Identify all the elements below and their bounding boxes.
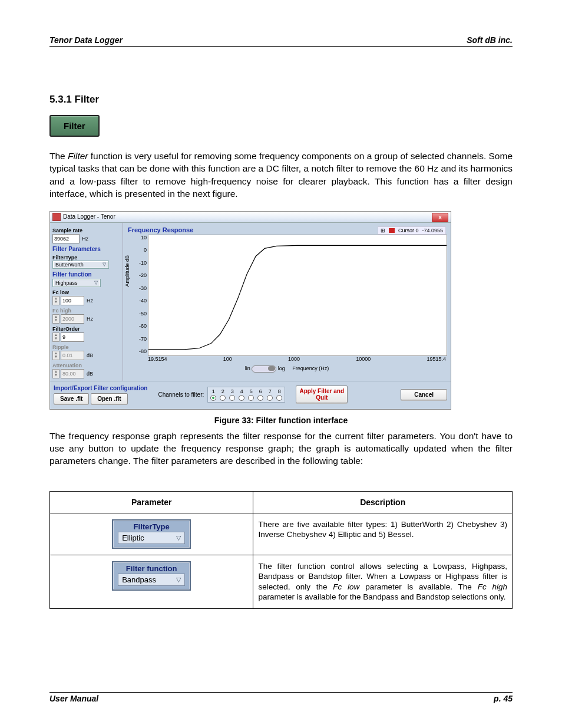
- header-left: Tenor Data Logger: [49, 35, 123, 45]
- desc-b: parameter is available. The: [359, 582, 477, 591]
- filter-order-input[interactable]: 9: [61, 332, 84, 342]
- footer-right: p. 45: [494, 694, 513, 703]
- frequency-response-plot[interactable]: Amplitude dB 10 0 -10 -20 -30 -40 -50 -6…: [128, 235, 446, 364]
- filter-button[interactable]: Filter: [49, 115, 100, 137]
- ytick: -60: [128, 323, 147, 329]
- filter-type-label: FilterType: [52, 255, 120, 261]
- channel-radio-3[interactable]: [229, 395, 235, 401]
- filter-type-dropdown[interactable]: ButterWorth▽: [52, 261, 109, 269]
- p1-a: The: [49, 151, 68, 161]
- attenuation-input: 80.00: [61, 369, 84, 378]
- desc-i1: Fc low: [333, 582, 359, 591]
- channel-radio-1[interactable]: [210, 395, 216, 401]
- channel-number: 4: [239, 388, 244, 394]
- filter-function-description: The filter function control allows selec…: [253, 555, 513, 608]
- xtick: 19.5154: [148, 356, 167, 364]
- channels-label: Channels to filter:: [158, 391, 204, 398]
- channel-radio-2[interactable]: [220, 395, 226, 401]
- fc-low-label: Fc low: [52, 289, 120, 295]
- fc-high-stepper: ▲▼: [52, 314, 59, 324]
- open-flt-button[interactable]: Open .flt: [91, 393, 128, 404]
- channel-number: 3: [229, 388, 235, 394]
- plot-svg: [148, 235, 447, 356]
- xtick: 1000: [288, 356, 300, 364]
- y-ticks: 10 0 -10 -20 -30 -40 -50 -60 -70 -80: [128, 235, 148, 355]
- p1-ital: Filter: [68, 151, 88, 161]
- attenuation-label: Attenuation: [52, 363, 120, 368]
- desc-c: parameter is available for the Bandpass …: [258, 592, 505, 601]
- attenuation-unit: dB: [87, 371, 93, 377]
- control-title: FilterType: [113, 521, 190, 532]
- fc-high-input: 2000: [61, 314, 84, 324]
- sample-rate-unit: Hz: [82, 236, 88, 242]
- attenuation-stepper: ▲▼: [52, 369, 59, 378]
- xtick: 10000: [356, 356, 371, 364]
- fc-low-stepper[interactable]: ▲▼: [52, 296, 59, 305]
- cancel-button[interactable]: Cancel: [401, 389, 447, 400]
- filter-function-control[interactable]: Filter function Bandpass▽: [112, 561, 191, 591]
- filter-order-stepper[interactable]: ▲▼: [52, 332, 59, 342]
- header-right: Soft dB inc.: [467, 35, 513, 45]
- save-flt-button[interactable]: Save .flt: [54, 393, 89, 404]
- figure-caption: Figure 33: Filter function interface: [49, 416, 513, 425]
- control-value: Bandpass: [122, 575, 156, 584]
- channels-grid: 1 2 3 4 5 6 7 8: [207, 387, 285, 403]
- fc-high-label: Fc high: [52, 308, 120, 314]
- p1-b: function is very useful for removing som…: [49, 151, 513, 199]
- paragraph-2: The frequency response graph represents …: [49, 430, 513, 467]
- ripple-input: 0.01: [61, 351, 84, 360]
- channel-number: 6: [257, 388, 263, 394]
- ytick: -80: [128, 348, 147, 354]
- ytick: -70: [128, 336, 147, 342]
- channel-radio-6[interactable]: [257, 395, 263, 401]
- close-icon[interactable]: X: [432, 213, 448, 222]
- parameters-panel: Sample rate 39062 Hz Filter Parameters F…: [50, 223, 123, 381]
- table-row: Filter function Bandpass▽ The filter fun…: [50, 555, 513, 608]
- dialog-title: Data Logger - Tenor: [63, 213, 115, 220]
- section-heading: 5.3.1 Filter: [49, 94, 513, 106]
- import-export-title: Import/Export Filter configuration: [54, 385, 147, 391]
- channel-radio-5[interactable]: [248, 395, 254, 401]
- fc-low-input[interactable]: 100: [61, 296, 84, 305]
- channel-radio-4[interactable]: [239, 395, 244, 401]
- filter-type-control[interactable]: FilterType Elliptic▽: [112, 519, 191, 549]
- ytick: -20: [128, 272, 147, 278]
- channel-number: 7: [267, 388, 273, 394]
- channel-number: 1: [210, 388, 216, 394]
- filter-function-value: Highpass: [55, 280, 78, 286]
- x-ticks: 19.5154 100 1000 10000 19515.4: [148, 356, 446, 364]
- xscale-log-label: log: [278, 365, 285, 371]
- chevron-down-icon: ▽: [176, 534, 181, 542]
- apply-filter-button[interactable]: Apply Filter and Quit: [296, 386, 348, 403]
- ripple-label: Ripple: [52, 344, 120, 350]
- ytick: -10: [128, 260, 147, 266]
- chevron-down-icon: ▽: [94, 280, 98, 285]
- cursor-readout: ⊞ Cursor 0 -74.0955: [378, 226, 446, 235]
- filter-function-dropdown[interactable]: Highpass▽: [52, 279, 101, 287]
- chevron-down-icon: ▽: [176, 576, 181, 584]
- filter-order-label: FilterOrder: [52, 326, 120, 332]
- filter-type-description: There are five available filter types: 1…: [253, 513, 513, 555]
- desc-i2: Fc high: [478, 582, 507, 591]
- table-row: FilterType Elliptic▽ There are five avai…: [50, 513, 513, 555]
- x-axis-label: Frequency (Hz): [292, 365, 329, 371]
- ripple-stepper: ▲▼: [52, 351, 59, 360]
- xscale-lin-label: lin: [245, 365, 250, 371]
- chevron-down-icon: ▽: [103, 262, 106, 267]
- channel-radio-7[interactable]: [267, 395, 273, 401]
- page-footer: User Manual p. 45: [49, 692, 513, 703]
- channel-radio-8[interactable]: [276, 395, 282, 401]
- footer-left: User Manual: [49, 694, 98, 703]
- filter-parameters-title: Filter Parameters: [52, 246, 120, 252]
- page-header: Tenor Data Logger Soft dB inc.: [49, 35, 513, 47]
- ytick: -50: [128, 311, 147, 317]
- cursor-value: -74.0955: [422, 228, 443, 233]
- xscale-toggle[interactable]: [252, 365, 276, 373]
- ytick: -30: [128, 285, 147, 291]
- xtick: 19515.4: [427, 356, 446, 364]
- ytick: 0: [128, 247, 147, 253]
- sample-rate-input[interactable]: 39062: [52, 234, 80, 243]
- control-title: Filter function: [113, 562, 190, 574]
- filter-dialog-screenshot: Data Logger - Tenor X Sample rate 39062 …: [49, 211, 451, 410]
- channel-number: 2: [220, 388, 226, 394]
